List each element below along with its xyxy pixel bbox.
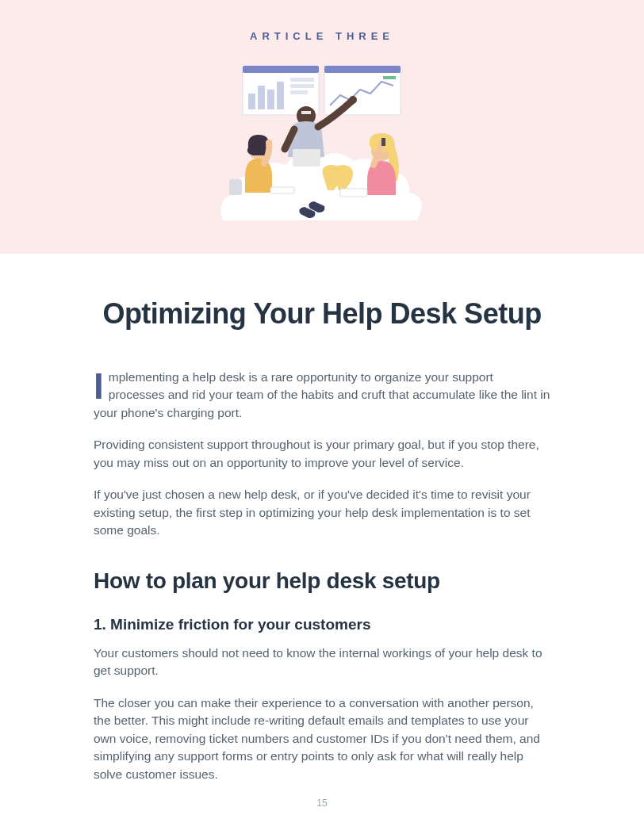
intro-paragraph-1: Implementing a help desk is a rare oppor… bbox=[94, 369, 550, 422]
intro-paragraph-2: Providing consistent support throughout … bbox=[94, 436, 550, 472]
section-heading: How to plan your help desk setup bbox=[94, 568, 550, 594]
subsection-heading: 1. Minimize friction for your customers bbox=[94, 616, 550, 633]
svg-rect-3 bbox=[258, 86, 265, 109]
svg-rect-13 bbox=[301, 111, 311, 114]
svg-rect-6 bbox=[290, 78, 314, 82]
hero-banner: ARTICLE THREE bbox=[0, 0, 644, 254]
svg-rect-7 bbox=[290, 84, 314, 88]
svg-rect-19 bbox=[229, 179, 242, 195]
sub-paragraph-1: Your customers should not need to know t… bbox=[94, 645, 550, 680]
svg-rect-10 bbox=[324, 66, 401, 73]
article-eyebrow: ARTICLE THREE bbox=[0, 30, 644, 42]
sub-paragraph-2: The closer you can make their experience… bbox=[94, 694, 550, 783]
page-number: 15 bbox=[0, 798, 644, 809]
svg-rect-1 bbox=[243, 66, 319, 73]
hero-illustration bbox=[215, 62, 429, 236]
intro-paragraph-3: If you've just chosen a new help desk, o… bbox=[94, 486, 550, 539]
svg-rect-2 bbox=[248, 94, 255, 109]
article-content: Optimizing Your Help Desk Setup Implemen… bbox=[0, 254, 644, 783]
svg-rect-11 bbox=[383, 76, 396, 79]
svg-point-14 bbox=[349, 96, 357, 104]
svg-rect-21 bbox=[340, 189, 367, 197]
svg-rect-18 bbox=[381, 138, 385, 146]
article-body: Implementing a help desk is a rare oppor… bbox=[94, 369, 550, 783]
svg-rect-15 bbox=[293, 149, 320, 166]
svg-rect-5 bbox=[277, 82, 284, 109]
svg-rect-8 bbox=[290, 90, 308, 94]
svg-rect-20 bbox=[270, 187, 294, 193]
article-title: Optimizing Your Help Desk Setup bbox=[94, 297, 550, 331]
svg-rect-4 bbox=[267, 90, 274, 109]
